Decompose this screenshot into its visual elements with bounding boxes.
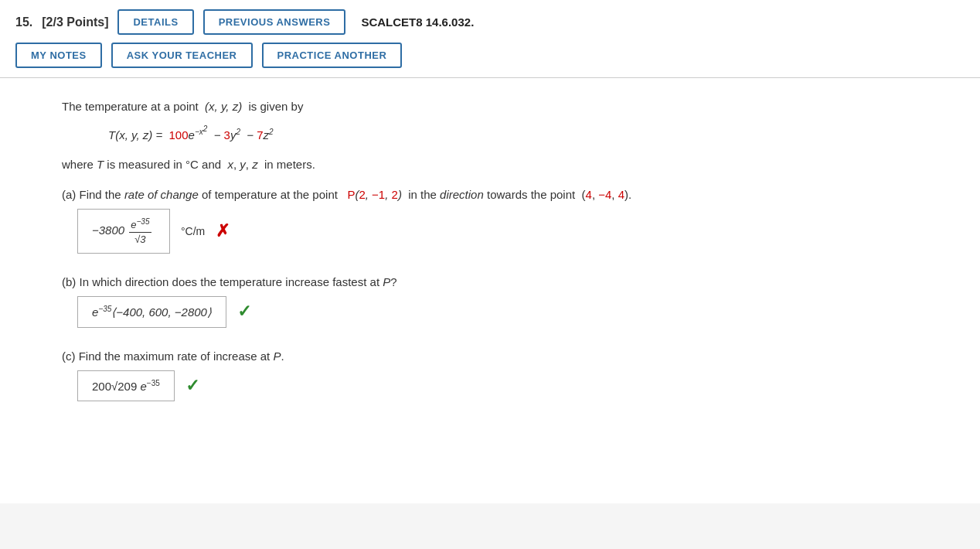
part-c-status-icon: ✓	[185, 376, 199, 396]
question-number: 15.	[15, 15, 32, 29]
part-b-answer-box: e−35⟨−400, 600, −2800⟩	[77, 296, 226, 328]
content-area: The temperature at a point (x, y, z) is …	[0, 78, 980, 503]
points-label: [2/3 Points]	[42, 15, 108, 29]
ask-teacher-button[interactable]: ASK YOUR TEACHER	[111, 43, 253, 68]
my-notes-button[interactable]: MY NOTES	[15, 43, 102, 68]
previous-answers-button[interactable]: PREVIOUS ANSWERS	[203, 9, 346, 35]
temperature-formula: T(x, y, z) = 100e−x2 − 3y2 − 7z2	[108, 121, 957, 147]
practice-another-button[interactable]: PRACTICE ANOTHER	[262, 43, 403, 68]
where-text: where T is measured in °C and x, y, z in…	[62, 155, 957, 175]
top-row-1: 15. [2/3 Points] DETAILS PREVIOUS ANSWER…	[15, 9, 965, 35]
part-b-status-icon: ✓	[237, 302, 251, 322]
part-c-label: (c) Find the maximum rate of increase at…	[62, 350, 957, 363]
part-a-unit: °C/m	[181, 225, 205, 237]
top-bar: 15. [2/3 Points] DETAILS PREVIOUS ANSWER…	[0, 0, 980, 78]
part-c-answer-row: 200√209 e−35 ✓	[77, 370, 957, 401]
part-b-label: (b) In which direction does the temperat…	[62, 275, 957, 288]
part-a-status-icon: ✗	[216, 221, 230, 241]
part-a-answer-row: −3800 e−35 √3 °C/m ✗	[77, 209, 957, 253]
top-row-2: MY NOTES ASK YOUR TEACHER PRACTICE ANOTH…	[15, 43, 965, 77]
part-c-answer-box: 200√209 e−35	[77, 370, 175, 401]
part-a-answer-box: −3800 e−35 √3	[77, 209, 170, 253]
details-button[interactable]: DETAILS	[117, 9, 193, 35]
part-a-label: (a) Find the rate of change of temperatu…	[62, 188, 957, 201]
part-b-answer-row: e−35⟨−400, 600, −2800⟩ ✓	[77, 296, 957, 328]
problem-id: SCALCET8 14.6.032.	[361, 15, 474, 29]
intro-text: The temperature at a point (x, y, z) is …	[62, 97, 957, 117]
